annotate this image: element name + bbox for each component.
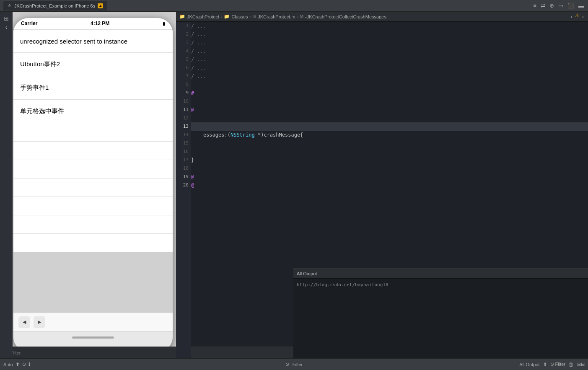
tab-simulator[interactable]: ⚠ JKCrashProtect_Example on iPhone 6s 4 bbox=[3, 1, 107, 10]
list-item-2[interactable]: UIbutton事件2 bbox=[13, 53, 173, 76]
breadcrumb-bar: 📁 JKCrashProtect › 📁 Classes › m JKCrash… bbox=[176, 12, 588, 22]
list-item-4[interactable]: 单元格选中事件 bbox=[13, 100, 173, 123]
code-nsstring-keyword: NSString bbox=[231, 132, 255, 138]
line-num-16: 16 bbox=[176, 147, 191, 156]
list-item-empty-5 bbox=[13, 197, 173, 215]
tab-label: JKCrashProtect_Example on iPhone 6s bbox=[14, 3, 95, 8]
line-num-6: 6 bbox=[176, 64, 191, 72]
code-line-8 bbox=[191, 80, 588, 89]
list-item-4-text: 单元格选中事件 bbox=[20, 107, 64, 115]
code-line-10 bbox=[191, 97, 588, 106]
line-num-9: 9 bbox=[176, 89, 191, 97]
breadcrumb-item-4[interactable]: M -JKCrashProtectCollectCrashMessages: bbox=[300, 14, 388, 19]
filter-btn-right[interactable]: ⊙ Filter bbox=[550, 362, 566, 367]
list-item-empty-4 bbox=[13, 179, 173, 197]
code-line-4: / ... bbox=[191, 47, 588, 55]
list-item-1[interactable]: unrecognized selector sent to instance bbox=[13, 29, 173, 53]
output-layout-icons[interactable]: ⊞⊟ bbox=[577, 362, 585, 367]
editor-mode-icon[interactable]: ≡ bbox=[532, 2, 537, 10]
code-line-19: @ bbox=[191, 173, 588, 181]
sidebar-icon-grid[interactable]: ⊞ bbox=[4, 15, 9, 22]
line-num-3: 3 bbox=[176, 39, 191, 47]
code-line-5: / ... bbox=[191, 55, 588, 64]
top-bar-icons: ≡ ⇄ ⊕ ▭ ⬛ ▬ bbox=[532, 2, 588, 10]
version-editor-icon[interactable]: ⊕ bbox=[549, 2, 555, 10]
top-bar: ⚠ JKCrashProtect_Example on iPhone 6s 4 … bbox=[0, 0, 588, 12]
breadcrumb-folder-icon-2: 📁 bbox=[224, 14, 230, 19]
code-line-6: / ... bbox=[191, 64, 588, 72]
breadcrumb-file-icon: m bbox=[253, 14, 256, 19]
layout-icon-1[interactable]: ▭ bbox=[557, 2, 564, 10]
breadcrumb-item-2[interactable]: 📁 Classes bbox=[224, 14, 248, 19]
code-line-13: essages:(NSString *)crashMessage{ bbox=[191, 122, 588, 131]
sidebar: ⊞ ‹ bbox=[0, 12, 13, 358]
top-bar-left: ⚠ JKCrashProtect_Example on iPhone 6s 4 bbox=[0, 1, 532, 10]
line-num-17: 17 bbox=[176, 156, 191, 164]
status-info-icon[interactable]: ℹ bbox=[28, 362, 30, 367]
list-item-empty-7 bbox=[13, 234, 173, 252]
breadcrumb-next[interactable]: › bbox=[581, 13, 585, 21]
toolbar-btn-1[interactable]: ◀ bbox=[18, 316, 30, 328]
line-num-1: 1 bbox=[176, 22, 191, 30]
breadcrumb-nav: ‹ ⚠ › bbox=[570, 13, 585, 21]
status-up-icon-right[interactable]: ⬆ bbox=[543, 362, 547, 367]
line-num-14: 14 bbox=[176, 131, 191, 139]
debug-url: http://blog.csdn.net/baphailong18 bbox=[297, 282, 389, 287]
breadcrumb-warning-icon: ⚠ bbox=[575, 13, 580, 21]
iphone-status-bar: Carrier 4:12 PM ▮ bbox=[13, 18, 173, 29]
status-bar: Auto ⬆ ⊙ ℹ ⊙ Filter All Output ⬆ ⊙ Filte… bbox=[0, 358, 588, 370]
breadcrumb-prev[interactable]: ‹ bbox=[570, 13, 573, 21]
breadcrumb-method-icon: M bbox=[300, 14, 303, 19]
line-num-5: 5 bbox=[176, 55, 191, 64]
tab-warning-icon: ⚠ bbox=[8, 3, 12, 8]
simulator-bg: ⊞ ‹ Carrier 4:12 PM ▮ unrecognized selec… bbox=[0, 12, 176, 358]
debug-header: All Output bbox=[293, 269, 588, 279]
code-line-17: } bbox=[191, 156, 588, 164]
list-item-empty-2 bbox=[13, 142, 173, 160]
list-item-1-text: unrecognized selector sent to instance bbox=[20, 38, 127, 45]
iphone-home-indicator bbox=[72, 336, 114, 339]
code-line-1: / ... bbox=[191, 22, 588, 30]
status-right: All Output ⬆ ⊙ Filter 🗑 ⊞⊟ bbox=[519, 362, 585, 367]
iphone-battery-icon: ▮ bbox=[163, 21, 165, 26]
line-num-8: 8 bbox=[176, 80, 191, 89]
warning-badge: 4 bbox=[98, 3, 103, 8]
list-item-empty-6 bbox=[13, 215, 173, 234]
list-item-empty-1 bbox=[13, 123, 173, 142]
iphone-toolbar: ◀ ▶ bbox=[13, 313, 173, 331]
status-up-icon[interactable]: ⬆ bbox=[16, 362, 20, 367]
all-output-label: All Output bbox=[519, 362, 539, 367]
breadcrumb-label-1: JKCrashProtect bbox=[187, 14, 219, 19]
clear-btn[interactable]: 🗑 bbox=[569, 362, 574, 367]
bottom-filter-bar: ⊙ Filter bbox=[0, 347, 293, 358]
list-item-3[interactable]: 手势事件1 bbox=[13, 76, 173, 100]
toolbar-btn-2[interactable]: ▶ bbox=[34, 316, 45, 328]
code-line-16 bbox=[191, 147, 588, 156]
layout-icon-3[interactable]: ▬ bbox=[578, 2, 585, 10]
breadcrumb-sep-3: › bbox=[297, 14, 298, 19]
status-circle-icon[interactable]: ⊙ bbox=[22, 362, 26, 367]
line-num-11: 11 bbox=[176, 106, 191, 114]
layout-icon-2[interactable]: ⬛ bbox=[567, 2, 575, 10]
sidebar-icon-back[interactable]: ‹ bbox=[5, 24, 8, 31]
iphone-carrier: Carrier bbox=[21, 21, 37, 26]
auto-label: Auto bbox=[3, 362, 13, 367]
list-item-empty-3 bbox=[13, 160, 173, 179]
line-num-13: 13 bbox=[176, 122, 191, 131]
assistant-editor-icon[interactable]: ⇄ bbox=[540, 2, 546, 10]
breadcrumb-label-4: -JKCrashProtectCollectCrashMessages: bbox=[305, 14, 388, 19]
line-num-18: 18 bbox=[176, 164, 191, 173]
status-left: Auto ⬆ ⊙ ℹ bbox=[3, 362, 30, 367]
debug-content: http://blog.csdn.net/baphailong18 bbox=[293, 279, 588, 291]
code-line-9: # bbox=[191, 89, 588, 97]
line-num-15: 15 bbox=[176, 139, 191, 147]
code-line-3: / ... bbox=[191, 39, 588, 47]
breadcrumb-item-1[interactable]: 📁 JKCrashProtect bbox=[179, 14, 219, 19]
status-middle: ⊙ Filter bbox=[285, 362, 303, 367]
breadcrumb-folder-icon-1: 📁 bbox=[179, 14, 185, 19]
code-line-15 bbox=[191, 139, 588, 147]
debug-tab-label: All Output bbox=[297, 271, 317, 276]
line-num-12: 12 bbox=[176, 114, 191, 122]
breadcrumb-item-3[interactable]: m JKCrashProtect.m bbox=[253, 14, 295, 19]
code-snippet-suffix: *)crashMessage{ bbox=[255, 132, 303, 138]
